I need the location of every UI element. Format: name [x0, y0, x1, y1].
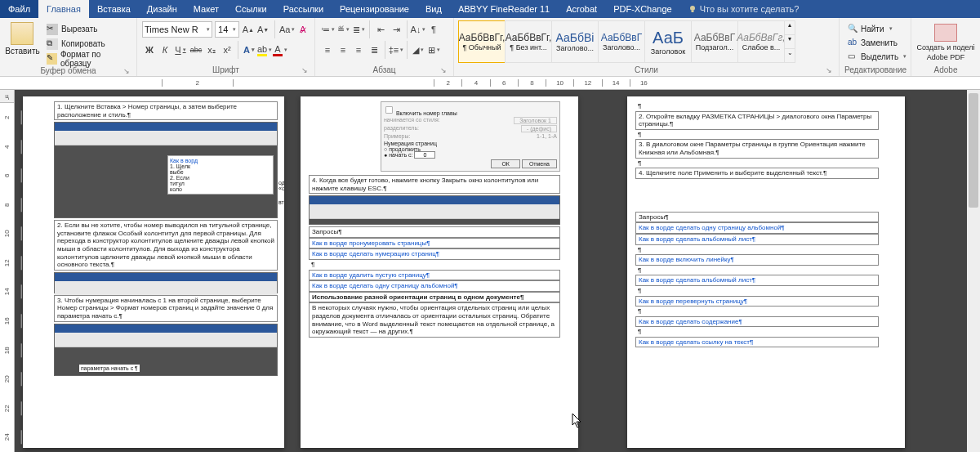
change-case-button[interactable]: Aa — [280, 21, 295, 38]
replace-button[interactable]: abЗаменить — [844, 36, 910, 49]
tell-me-box[interactable]: Что вы хотите сделать? — [688, 4, 800, 14]
style-title[interactable]: АаБЗаголовок — [644, 20, 692, 63]
tab-abbyy[interactable]: ABBYY FineReader 11 — [450, 0, 558, 18]
p2-dialog: Включить номер главы начинается со стиля… — [381, 101, 560, 172]
tab-pdfxchange[interactable]: PDF-XChange — [605, 0, 680, 18]
p1-step1: 1. Щелкните Вставка > Номер страницы, а … — [54, 101, 278, 120]
numbering-button[interactable]: ≝ — [336, 21, 350, 38]
italic-button[interactable]: К — [158, 42, 172, 58]
line-spacing-button[interactable]: ‡≡ — [389, 42, 403, 58]
tab-view[interactable]: Вид — [417, 0, 450, 18]
font-launcher[interactable]: ↘ — [300, 65, 310, 74]
highlight-button[interactable]: ab — [257, 42, 272, 58]
dlg-chapter-checkbox[interactable] — [385, 106, 393, 114]
p3-link1: Как в ворде сделать одну страницу альбом… — [635, 222, 879, 234]
search-icon: 🔍 — [848, 24, 858, 34]
style-nospacing[interactable]: АаБбВвГг,¶ Без инт... — [505, 20, 552, 63]
p3-blink3: Как в ворде перевернуть страницу¶ — [635, 296, 879, 307]
style-emphasis[interactable]: АаБбВвГг,Слабое в... — [737, 20, 785, 63]
increase-indent-button[interactable]: ⇥ — [389, 21, 403, 38]
tab-acrobat[interactable]: Acrobat — [558, 0, 605, 18]
borders-button[interactable]: ⊞ — [426, 42, 441, 58]
align-right-button[interactable]: ≡ — [351, 42, 366, 58]
styles-scroll-up[interactable]: ▴ — [785, 21, 795, 34]
strikethrough-button[interactable]: abc — [189, 42, 203, 58]
file-tab[interactable]: Файл — [0, 0, 38, 18]
style-subtitle[interactable]: АаБбВвГПодзагол... — [691, 20, 738, 63]
text-effects-button[interactable]: A — [242, 42, 256, 58]
dlg-cancel-button[interactable]: Отмена — [522, 159, 557, 168]
font-name-select[interactable]: Times New R▾ — [142, 21, 212, 38]
styles-expand[interactable]: ⌄ — [785, 48, 795, 62]
superscript-button[interactable]: x² — [220, 42, 234, 58]
ruler-vertical[interactable]: ц 2 4 6 8 10 12 14 16 18 20 22 24 — [0, 90, 15, 452]
tab-layout[interactable]: Макет — [185, 0, 227, 18]
paste-button[interactable]: Вставить — [5, 20, 40, 65]
font-color-icon: A — [273, 44, 283, 56]
scissors-icon: ✂ — [47, 24, 58, 35]
tab-design[interactable]: Дизайн — [139, 0, 185, 18]
styles-gallery[interactable]: АаБбВвГг,¶ Обычный АаБбВвГг,¶ Без инт...… — [459, 20, 795, 63]
p3-step3: 3. В диалоговом окне Параметры страницы … — [635, 139, 879, 158]
group-styles: АаБбВвГг,¶ Обычный АаБбВвГг,¶ Без инт...… — [454, 18, 840, 76]
tab-insert[interactable]: Вставка — [89, 0, 139, 18]
subscript-button[interactable]: x₂ — [204, 42, 219, 58]
document-area[interactable]: ц 2 4 6 8 10 12 14 16 18 20 22 24 1. Щел… — [0, 90, 980, 452]
decrease-indent-button[interactable]: ⇤ — [373, 21, 388, 38]
page-3[interactable]: ¶ 2. Откройте вкладку РАЗМЕТКА СТРАНИЦЫ … — [627, 96, 905, 448]
page-2[interactable]: Включить номер главы начинается со стиля… — [301, 96, 578, 448]
adobe-pdf-icon[interactable] — [934, 24, 957, 42]
format-painter-button[interactable]: ✎Формат по образцу — [43, 51, 131, 65]
group-paragraph: ≔ ≝ ≣ ⇤ ⇥ A↓ ¶ ≡ ≡ ≡ ≣ ‡≡ ◢ ⊞ — [315, 18, 454, 76]
tab-mailings[interactable]: Рассылки — [275, 0, 332, 18]
select-button[interactable]: ▭Выделить — [844, 50, 910, 63]
group-font: Times New R▾ 14▾ A▲ A▼ Aa A̷ Ж К Ч abc x… — [137, 18, 315, 76]
copy-button[interactable]: ⧉Копировать — [43, 37, 131, 51]
sort-button[interactable]: A↓ — [411, 21, 425, 38]
p1-screenshot1: Как в ворд 1. Щелк выбе 2. Если титул ко… — [54, 122, 278, 218]
tab-review[interactable]: Рецензирование — [332, 0, 417, 18]
clear-formatting-button[interactable]: A̷ — [297, 21, 310, 38]
bullets-button[interactable]: ≔ — [320, 21, 335, 38]
font-color-button[interactable]: A — [273, 42, 287, 58]
highlight-icon: ab — [257, 44, 267, 56]
p3-blink5: Как в ворде сделать ссылку на текст¶ — [635, 337, 879, 348]
shrink-font-button[interactable]: A▼ — [257, 21, 270, 38]
align-left-button[interactable]: ≡ — [320, 42, 335, 58]
find-button[interactable]: 🔍Найти — [844, 22, 910, 35]
multilevel-button[interactable]: ≣ — [351, 21, 366, 38]
brush-icon: ✎ — [47, 53, 57, 65]
shading-button[interactable]: ◢ — [411, 42, 425, 58]
styles-scroll-down[interactable]: ▾ — [785, 34, 795, 48]
p2-link4: Как в ворде удалить пустую страницу¶ — [309, 270, 560, 281]
p1-step3: 3. Чтобы нумерация начиналась с 1 на вто… — [54, 295, 278, 322]
font-size-select[interactable]: 14▾ — [215, 21, 239, 38]
page-1[interactable]: 1. Щелкните Вставка > Номер страницы, а … — [23, 96, 284, 448]
p3-blink1: Как в ворде включить линейку¶ — [635, 254, 879, 266]
tab-references[interactable]: Ссылки — [227, 0, 275, 18]
style-normal[interactable]: АаБбВвГг,¶ Обычный — [458, 20, 506, 63]
p2-screenshot — [309, 195, 560, 225]
bold-button[interactable]: Ж — [142, 42, 157, 58]
tell-me-text: Что вы хотите сделать? — [700, 4, 800, 14]
style-heading2[interactable]: АаБбВвГЗаголово... — [598, 20, 645, 63]
underline-button[interactable]: Ч — [173, 42, 188, 58]
style-heading1[interactable]: АаБбВіЗаголово... — [551, 20, 599, 63]
p2-link5: Как в ворде сделать одну страницу альбом… — [309, 280, 560, 292]
styles-launcher[interactable]: ↘ — [824, 65, 834, 74]
show-marks-button[interactable]: ¶ — [426, 21, 441, 38]
cut-button[interactable]: ✂Вырезать — [43, 22, 131, 36]
justify-button[interactable]: ≣ — [367, 42, 381, 58]
clipboard-launcher[interactable]: ↘ — [122, 65, 131, 75]
align-center-button[interactable]: ≡ — [336, 42, 350, 58]
scrollbar-thumb[interactable] — [969, 93, 978, 208]
p3-blink4: Как в ворде сделать содержание¶ — [635, 316, 879, 328]
vertical-scrollbar[interactable] — [967, 90, 980, 452]
dlg-ok-button[interactable]: ОК — [491, 159, 520, 168]
grow-font-button[interactable]: A▲ — [242, 21, 254, 38]
tab-home[interactable]: Главная — [38, 0, 89, 18]
replace-icon: ab — [848, 38, 858, 47]
p1-step2: 2. Если вы не хотите, чтобы номер выводи… — [54, 220, 278, 271]
paragraph-launcher[interactable]: ↘ — [439, 65, 448, 74]
ruler-horizontal[interactable]: 2 2 4 6 8 10 12 14 16 — [0, 77, 980, 90]
